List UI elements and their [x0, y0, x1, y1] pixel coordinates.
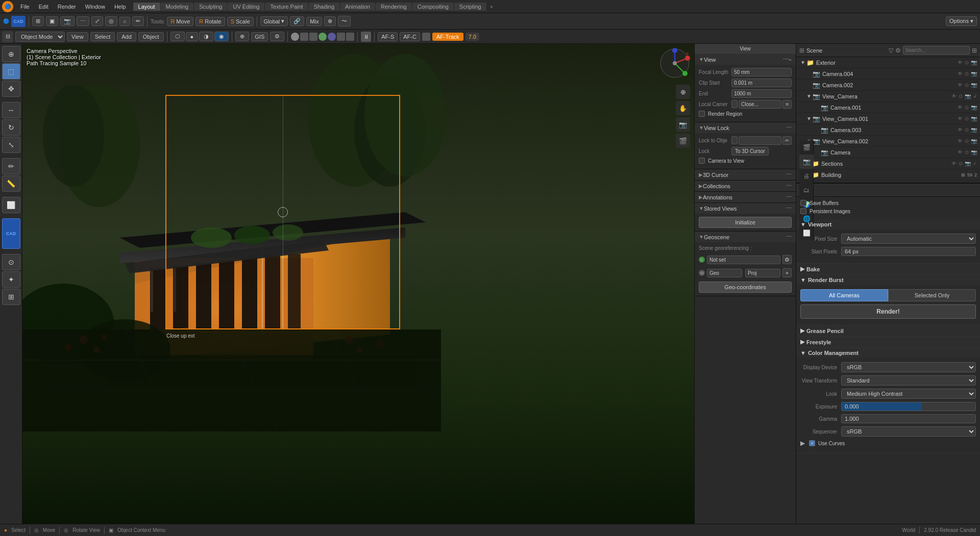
outliner-item-viewcam[interactable]: ▼ 📷 View_Camera 👁 ⊙ 📷 ↲: [796, 91, 980, 102]
geo-coordinates-btn[interactable]: Geo-coordinates: [699, 282, 792, 293]
grab-tool[interactable]: ✥: [2, 81, 20, 97]
gamma-value[interactable]: 1.000: [841, 414, 976, 423]
tab-animation[interactable]: Animation: [340, 3, 375, 11]
tab-texture-paint[interactable]: Texture Paint: [265, 3, 308, 11]
lock-to-object-value[interactable]: [739, 136, 781, 145]
move-tool[interactable]: ↔: [2, 102, 20, 118]
tab-sculpting[interactable]: Sculpting: [194, 3, 227, 11]
menu-window[interactable]: Window: [81, 3, 109, 11]
rotate-tool[interactable]: ↻: [2, 119, 20, 136]
cad-toolbar-btn[interactable]: BlenderCAD: [11, 16, 26, 27]
select-btn[interactable]: Select: [90, 32, 115, 41]
exposure-value[interactable]: 0.000: [841, 402, 976, 411]
viewcam-arrow-icon[interactable]: ↲: [973, 93, 977, 99]
geo-plus-btn[interactable]: +: [782, 268, 792, 277]
exterior-eye-icon[interactable]: 👁: [958, 60, 963, 65]
viewport[interactable]: Camera Perspective (1) Scene Collection …: [22, 44, 694, 524]
initialize-btn[interactable]: Initialize: [699, 217, 792, 228]
view-lock-dots[interactable]: ⋯: [786, 124, 792, 131]
toolbar-proportional[interactable]: ○: [119, 17, 130, 26]
zoom-extents-tool[interactable]: ⊕: [676, 85, 690, 99]
geo-o-geo[interactable]: Geo: [707, 269, 742, 277]
geoscene-dots[interactable]: ⋯: [786, 234, 792, 240]
camera001-eye-icon[interactable]: 👁: [958, 105, 963, 110]
lock-to-object-edit-btn[interactable]: ✏: [782, 136, 792, 145]
persistent-images-checkbox[interactable]: [800, 208, 806, 214]
tab-layout[interactable]: Layout: [133, 3, 160, 11]
toolbar-camera-view[interactable]: 📷: [60, 16, 75, 26]
menu-help[interactable]: Help: [110, 3, 130, 11]
n-tab-view[interactable]: View: [695, 44, 796, 54]
geo-o-proj[interactable]: Proj: [745, 269, 780, 277]
scale-tool[interactable]: ⤡: [2, 137, 20, 153]
toolbar-move-btn[interactable]: R Move: [167, 17, 193, 26]
af-settings-icon[interactable]: [422, 33, 430, 41]
start-pixels-value[interactable]: 64 px: [841, 247, 976, 256]
menu-edit[interactable]: Edit: [35, 3, 53, 11]
tab-shading[interactable]: Shading: [309, 3, 339, 11]
toolbar-snap-target[interactable]: ◎: [105, 16, 117, 26]
outliner-filter2-icon[interactable]: ⊞: [972, 47, 977, 54]
viewcam-render-icon[interactable]: 📷: [965, 93, 971, 99]
look-select[interactable]: Medium High Contrast: [841, 389, 976, 399]
camera-btn1[interactable]: [337, 33, 345, 41]
view-transform-select[interactable]: Standard: [841, 375, 976, 386]
stored-views-dots[interactable]: ⋯: [786, 205, 792, 212]
pan-tool[interactable]: ✋: [676, 101, 690, 115]
gis-btn[interactable]: GIS: [251, 32, 268, 41]
transform-orientation-select[interactable]: Global ▾: [260, 16, 288, 26]
object-btn[interactable]: Object: [138, 32, 164, 41]
object-mode-select[interactable]: Object Mode: [15, 32, 65, 42]
solid-btn[interactable]: ●: [186, 32, 199, 41]
viewcam001-render-icon[interactable]: 📷: [971, 116, 977, 121]
toolbar-single-view[interactable]: ▣: [46, 16, 58, 26]
local-camera-value[interactable]: Close...: [739, 100, 781, 109]
render-now-btn[interactable]: Render!: [800, 304, 976, 319]
outliner-item-camera001[interactable]: ▼ 📷 Camera.001 👁 ⊙ 📷: [796, 102, 980, 113]
exterior-render-icon[interactable]: 📷: [971, 60, 977, 65]
props-icon-output[interactable]: 🖨: [799, 169, 814, 183]
tab-rendering[interactable]: Rendering: [376, 3, 412, 11]
tab-uv-editing[interactable]: UV Editing: [228, 3, 264, 11]
stored-views-header[interactable]: ▼ Stored Views ⋯: [695, 203, 796, 214]
bake-header[interactable]: ▶ Bake: [796, 264, 980, 274]
lt-extra1[interactable]: ⊙: [2, 254, 20, 270]
viewport-header-icon[interactable]: ⊟: [2, 31, 13, 42]
toolbar-grid-view[interactable]: ⊞: [32, 16, 44, 26]
cursor-3d-header[interactable]: ▶ 3D Cursor ⋯: [695, 169, 796, 180]
proportional-mode-select[interactable]: Mix: [306, 17, 322, 26]
add-workspace-tab[interactable]: +: [487, 3, 496, 11]
toolbar-dots[interactable]: ⋯: [77, 16, 89, 26]
collections-header[interactable]: ▶ Collections ⋯: [695, 181, 796, 191]
outliner-item-camera003[interactable]: ▼ 📷 Camera.003 👁 ⊙ 📷: [796, 124, 980, 136]
tab-modeling[interactable]: Modeling: [161, 3, 194, 11]
extra-options[interactable]: ⊕: [324, 16, 336, 26]
toolbar-annotate[interactable]: ✏: [132, 16, 144, 26]
camera002-cursor-icon[interactable]: ⊙: [965, 82, 969, 88]
freestyle-header[interactable]: ▶ Freestyle: [796, 337, 980, 347]
camera-tool[interactable]: 📷: [676, 117, 690, 132]
outliner-search[interactable]: [903, 46, 970, 55]
collections-dots[interactable]: ⋯: [786, 183, 792, 189]
lock-to-object-checkbox[interactable]: [731, 136, 738, 144]
cursor-tool[interactable]: ⊕: [2, 46, 20, 62]
camera003-render-icon[interactable]: 📷: [971, 127, 977, 133]
camera001-render-icon[interactable]: 📷: [971, 105, 977, 110]
geoscene-header[interactable]: ▼ Geoscene ⋯: [695, 232, 796, 242]
camera004-eye-icon[interactable]: 👁: [958, 71, 963, 76]
lock-to-cursor-btn[interactable]: To 3D Cursor: [731, 147, 769, 156]
save-buffers-checkbox[interactable]: [800, 200, 806, 206]
af-s-btn[interactable]: AF-S: [378, 32, 398, 41]
camera003-eye-icon[interactable]: 👁: [958, 127, 963, 133]
snap-select[interactable]: 🔗: [290, 16, 304, 26]
gis-settings-btn[interactable]: ⚙: [270, 32, 284, 41]
local-camera-close-btn[interactable]: ✕: [782, 100, 792, 109]
select-box-tool[interactable]: ⬚: [2, 63, 20, 80]
menu-file[interactable]: File: [16, 3, 34, 11]
toolbar-rotate-btn[interactable]: R Rotate: [195, 17, 225, 26]
material-preview-btn[interactable]: ◑: [199, 32, 213, 41]
pause-btn[interactable]: ⏸: [361, 32, 371, 42]
cad-left-btn[interactable]: CAD: [2, 218, 20, 249]
annotations-header[interactable]: ▶ Annotations ⋯: [695, 192, 796, 202]
pixel-size-select[interactable]: Automatic: [841, 234, 976, 244]
